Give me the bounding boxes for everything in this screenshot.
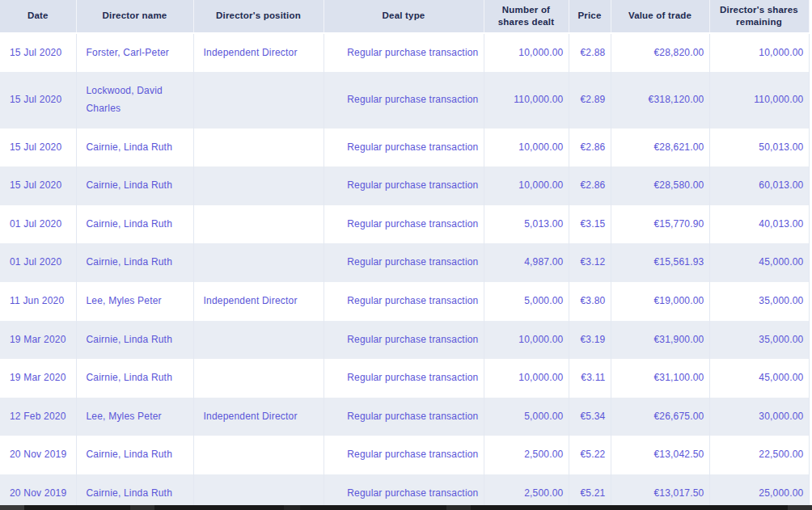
column-header-date: Date bbox=[0, 0, 76, 33]
column-header-deal-type: Deal type bbox=[324, 0, 484, 33]
cell-shares-dealt: 4,987.00 bbox=[484, 243, 569, 282]
cell-deal-type: Regular purchase transaction bbox=[324, 33, 484, 73]
cell-director-name: Cairnie, Linda Ruth bbox=[76, 205, 193, 244]
cell-deal-type: Regular purchase transaction bbox=[324, 129, 484, 167]
cell-price: €2.86 bbox=[569, 166, 611, 205]
cell-date: 15 Jul 2020 bbox=[0, 166, 76, 205]
column-header-director-name: Director name bbox=[76, 0, 193, 33]
cell-shares-dealt: 10,000.00 bbox=[484, 321, 569, 360]
table-row: 19 Mar 2020Cairnie, Linda RuthRegular pu… bbox=[0, 321, 809, 360]
cell-date: 15 Jul 2020 bbox=[0, 33, 76, 73]
cell-price: €5.22 bbox=[569, 436, 611, 474]
cell-price: €3.19 bbox=[569, 321, 611, 360]
cell-shares-dealt: 5,013.00 bbox=[484, 205, 569, 244]
cell-shares-remaining: 22,500.00 bbox=[709, 436, 809, 474]
table-row: 01 Jul 2020Cairnie, Linda RuthRegular pu… bbox=[0, 205, 809, 244]
cell-value-of-trade: €31,900.00 bbox=[611, 321, 709, 360]
cell-value-of-trade: €28,580.00 bbox=[611, 166, 709, 205]
cell-director-position: Independent Director bbox=[193, 398, 324, 436]
cell-deal-type: Regular purchase transaction bbox=[324, 321, 484, 360]
cell-shares-dealt: 2,500.00 bbox=[484, 436, 569, 474]
table-row: 11 Jun 2020Lee, Myles PeterIndependent D… bbox=[0, 282, 809, 321]
cell-value-of-trade: €15,561.93 bbox=[611, 243, 709, 282]
cell-shares-dealt: 10,000.00 bbox=[484, 166, 569, 205]
table-row: 12 Feb 2020Lee, Myles PeterIndependent D… bbox=[0, 398, 809, 436]
cell-shares-remaining: 10,000.00 bbox=[709, 33, 809, 73]
cell-value-of-trade: €31,100.00 bbox=[611, 359, 709, 398]
cell-price: €2.89 bbox=[569, 72, 611, 128]
cell-shares-dealt: 5,000.00 bbox=[484, 282, 569, 321]
cell-deal-type: Regular purchase transaction bbox=[324, 166, 484, 205]
table-row: 20 Nov 2019Cairnie, Linda RuthRegular pu… bbox=[0, 436, 809, 474]
table-row: 15 Jul 2020Cairnie, Linda RuthRegular pu… bbox=[0, 129, 809, 167]
cell-shares-remaining: 30,000.00 bbox=[709, 398, 809, 436]
cell-director-name: Cairnie, Linda Ruth bbox=[76, 166, 193, 205]
cell-shares-remaining: 35,000.00 bbox=[709, 321, 809, 360]
column-header-director-position: Director's position bbox=[193, 0, 324, 33]
cell-director-position bbox=[193, 166, 324, 205]
cell-shares-remaining: 110,000.00 bbox=[709, 72, 809, 128]
cell-price: €3.15 bbox=[569, 205, 611, 244]
cell-value-of-trade: €13,042.50 bbox=[611, 436, 709, 474]
cell-director-name: Lockwood, David Charles bbox=[76, 72, 193, 128]
cell-shares-dealt: 110,000.00 bbox=[484, 72, 569, 128]
cell-deal-type: Regular purchase transaction bbox=[324, 205, 484, 244]
cell-director-name: Cairnie, Linda Ruth bbox=[76, 321, 193, 360]
cell-shares-remaining: 45,000.00 bbox=[709, 243, 809, 282]
cell-director-name: Cairnie, Linda Ruth bbox=[76, 436, 193, 474]
cell-date: 15 Jul 2020 bbox=[0, 129, 76, 167]
cell-director-position bbox=[193, 436, 324, 474]
table-row: 19 Mar 2020Cairnie, Linda RuthRegular pu… bbox=[0, 359, 809, 398]
cell-director-position: Independent Director bbox=[193, 33, 324, 73]
cell-price: €2.86 bbox=[569, 129, 611, 167]
table-row: 01 Jul 2020Cairnie, Linda RuthRegular pu… bbox=[0, 243, 809, 282]
cell-value-of-trade: €28,820.00 bbox=[611, 33, 709, 73]
cell-price: €3.80 bbox=[569, 282, 611, 321]
cell-date: 01 Jul 2020 bbox=[0, 243, 76, 282]
table-body: 15 Jul 2020Forster, Carl-PeterIndependen… bbox=[0, 33, 809, 510]
table-row: 15 Jul 2020Lockwood, David CharlesRegula… bbox=[0, 72, 809, 128]
cell-value-of-trade: €318,120.00 bbox=[611, 72, 709, 128]
cell-value-of-trade: €15,770.90 bbox=[611, 205, 709, 244]
cell-director-name: Lee, Myles Peter bbox=[76, 398, 193, 436]
column-header-price: Price bbox=[569, 0, 611, 33]
cell-date: 11 Jun 2020 bbox=[0, 282, 76, 321]
cell-shares-dealt: 5,000.00 bbox=[484, 398, 569, 436]
cell-deal-type: Regular purchase transaction bbox=[324, 398, 484, 436]
cell-director-position bbox=[193, 243, 324, 282]
cell-director-position bbox=[193, 321, 324, 360]
cell-director-name: Cairnie, Linda Ruth bbox=[76, 129, 193, 167]
cell-value-of-trade: €28,621.00 bbox=[611, 129, 709, 167]
cell-date: 19 Mar 2020 bbox=[0, 359, 76, 398]
cell-price: €3.12 bbox=[569, 243, 611, 282]
cell-price: €5.34 bbox=[569, 398, 611, 436]
cell-deal-type: Regular purchase transaction bbox=[324, 436, 484, 474]
cell-date: 12 Feb 2020 bbox=[0, 398, 76, 436]
cell-shares-remaining: 35,000.00 bbox=[709, 282, 809, 321]
cell-deal-type: Regular purchase transaction bbox=[324, 72, 484, 128]
bottom-bar bbox=[0, 505, 812, 510]
column-header-shares-remaining: Director's shares remaining bbox=[709, 0, 809, 33]
directors-dealings-page: DateDirector nameDirector's positionDeal… bbox=[0, 0, 812, 510]
cell-shares-dealt: 10,000.00 bbox=[484, 359, 569, 398]
cell-shares-remaining: 40,013.00 bbox=[709, 205, 809, 244]
cell-shares-remaining: 50,013.00 bbox=[709, 129, 809, 167]
column-header-shares-dealt: Number of shares dealt bbox=[484, 0, 569, 33]
cell-shares-remaining: 45,000.00 bbox=[709, 359, 809, 398]
table-row: 15 Jul 2020Forster, Carl-PeterIndependen… bbox=[0, 33, 809, 73]
header-row: DateDirector nameDirector's positionDeal… bbox=[0, 0, 809, 33]
cell-shares-dealt: 10,000.00 bbox=[484, 129, 569, 167]
cell-director-name: Cairnie, Linda Ruth bbox=[76, 243, 193, 282]
cell-price: €3.11 bbox=[569, 359, 611, 398]
cell-date: 19 Mar 2020 bbox=[0, 321, 76, 360]
table-row: 15 Jul 2020Cairnie, Linda RuthRegular pu… bbox=[0, 166, 809, 205]
cell-director-position bbox=[193, 129, 324, 167]
cell-value-of-trade: €26,675.00 bbox=[611, 398, 709, 436]
cell-value-of-trade: €19,000.00 bbox=[611, 282, 709, 321]
cell-date: 20 Nov 2019 bbox=[0, 436, 76, 474]
cell-director-position bbox=[193, 205, 324, 244]
cell-price: €2.88 bbox=[569, 33, 611, 73]
cell-director-position bbox=[193, 72, 324, 128]
cell-director-position: Independent Director bbox=[193, 282, 324, 321]
cell-date: 01 Jul 2020 bbox=[0, 205, 76, 244]
